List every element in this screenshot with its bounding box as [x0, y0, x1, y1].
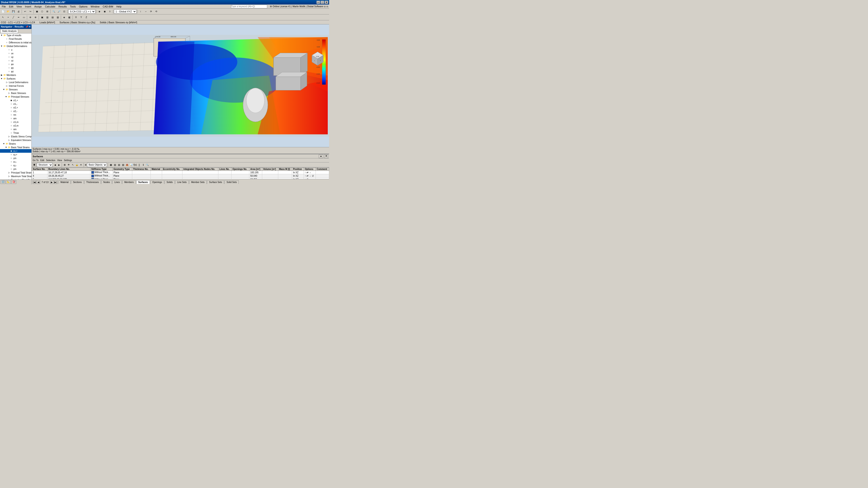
menu-tools[interactable]: Tools [68, 5, 77, 8]
tree-gamma-m2[interactable]: ○ γm [0, 167, 31, 171]
struct-prev[interactable]: ◀ [53, 163, 57, 167]
tree-ux[interactable]: ○ ux [0, 52, 31, 55]
tree-elastic-stress[interactable]: ▷ Elastic Stress Components [0, 135, 31, 138]
menu-file[interactable]: File [0, 5, 7, 8]
tb2-surface[interactable]: ▭ [21, 15, 26, 20]
tb2-node[interactable]: • [6, 15, 11, 20]
tree-sigma2m[interactable]: ○ σ2,m [0, 124, 31, 127]
tb2-axis2[interactable]: Y [79, 15, 84, 20]
window-controls[interactable]: — □ ✕ [316, 1, 328, 4]
tb2-snap1[interactable]: ⊕ [28, 15, 33, 20]
menu-insert[interactable]: Insert [24, 5, 33, 8]
table-btn3[interactable]: ▤ [117, 163, 121, 167]
tree-epsilon-y-plus[interactable]: ○ εy,+ [0, 153, 31, 156]
lock-btn[interactable]: 🔒 [75, 163, 79, 167]
menu-selection[interactable]: Selection [46, 159, 55, 162]
view-combo[interactable]: S:CA CO2: LC1 + LC2 + LC3 + LC4 [68, 9, 95, 13]
menu-edit[interactable]: Edit [40, 159, 44, 162]
menu-view[interactable]: View [15, 5, 23, 8]
minimize-button[interactable]: — [316, 1, 320, 4]
tree-sigma2minus[interactable]: ○ σ2,- [0, 109, 31, 113]
bottom-tab-member-sets[interactable]: Member Sets [189, 180, 207, 184]
tree-epsilon-x-plus[interactable]: ◉ εx,+ [0, 149, 31, 153]
tb2-result3[interactable]: ▤ [50, 15, 55, 20]
bottom-tab-surface-sets[interactable]: Surface Sets [207, 180, 224, 184]
menu-options[interactable]: Options [78, 5, 89, 8]
menu-edit[interactable]: Edit [8, 5, 15, 8]
tree-phix[interactable]: ○ φx [0, 62, 31, 66]
bottom-tab-solid-sets[interactable]: Solid Sets [224, 180, 239, 184]
structure-dropdown[interactable]: Structure [37, 163, 53, 167]
bottom-tab-solids[interactable]: Solids [164, 180, 175, 184]
menu-cad-bim[interactable]: CAD-BIM [101, 5, 114, 8]
page-prev[interactable]: ◀ [37, 180, 40, 184]
tb-render1[interactable]: ◈ [97, 9, 102, 14]
surfaces-close[interactable]: ✕ [324, 155, 328, 158]
select-btn[interactable]: ↖ [71, 163, 74, 167]
tree-tau-m[interactable]: ○ τm [0, 113, 31, 117]
tree-basic-total-strains[interactable]: ▼ 📁 Basic Total Strains [0, 145, 31, 149]
tree-principal-stresses[interactable]: ▼ 📁 Principal Stresses [0, 95, 31, 98]
tb-new[interactable]: 📄 [0, 9, 5, 14]
model-viewport[interactable]: 175.00 800.00 [32, 24, 329, 147]
tb-view2[interactable]: ⬡ [39, 9, 44, 14]
tb-more3[interactable]: ⟳ [149, 9, 153, 14]
tb2-axis3[interactable]: Z [84, 15, 89, 20]
close-button[interactable]: ✕ [324, 1, 328, 4]
tree-gamma-m[interactable]: ○ γm [0, 156, 31, 160]
tb2-axis1[interactable]: X [73, 15, 79, 20]
formula-btn[interactable]: f(x) [133, 163, 137, 167]
tree-final-results[interactable]: ○ Final Results [0, 37, 31, 41]
menu-calculate[interactable]: Calculate [43, 5, 57, 8]
menu-assign[interactable]: Assign [33, 5, 43, 8]
tb-print[interactable]: 🖨 [16, 9, 21, 14]
tree-alpha-m2[interactable]: ○ αm [0, 127, 31, 131]
table-row[interactable]: 419-26,36-45,27Without Thick...Plane50.0… [32, 174, 329, 177]
tree-sigma1m[interactable]: ○ σ1,m [0, 120, 31, 124]
tree-uz[interactable]: ○ uz [0, 59, 31, 62]
nav-btn3[interactable]: 🎯 [11, 180, 16, 184]
nav-close[interactable]: ✕ [29, 26, 31, 28]
tree-diff-initial[interactable]: ○ Differences to initial state [0, 41, 31, 44]
tb2-result1[interactable]: ▣ [39, 15, 44, 20]
tb-render3[interactable]: ◊ [107, 9, 112, 14]
tb-zoom-in[interactable]: 🔍 [51, 9, 56, 14]
bottom-tab-surfaces[interactable]: Surfaces [136, 180, 150, 184]
info-btn[interactable]: ℹ [142, 163, 145, 167]
tb-open[interactable]: 📂 [6, 9, 11, 14]
basic-objects-dropdown[interactable]: Basic Objects [87, 163, 107, 167]
maximize-button[interactable]: □ [320, 1, 324, 4]
tb2-snap2[interactable]: ⊗ [33, 15, 38, 20]
tree-sigma1plus[interactable]: ◉ σ1,+ [0, 98, 31, 102]
tb2-line[interactable]: ╱ [11, 15, 16, 20]
menu-window[interactable]: Window [89, 5, 101, 8]
bottom-tab-line-sets[interactable]: Line Sets [175, 180, 189, 184]
tree-members[interactable]: ▶ 📁 Members [0, 73, 31, 77]
tree-global-deform[interactable]: ▼ 📁 Global Deformations [0, 44, 31, 48]
axis-combo[interactable]: 1 - Global XYZ [114, 9, 136, 13]
table-btn1[interactable]: ▦ [109, 163, 113, 167]
delete-btn[interactable]: ✕ [79, 163, 83, 167]
menu-view[interactable]: View [57, 159, 62, 162]
filter-btn[interactable]: ⊠ [63, 163, 66, 167]
tree-tmax[interactable]: ○ Tmax [0, 131, 31, 135]
nav-btn1[interactable]: 🔢 [0, 180, 5, 184]
tree-surfaces[interactable]: ▼ 📁 Surfaces [0, 77, 31, 80]
tb-save[interactable]: 💾 [11, 9, 16, 14]
expand-icon[interactable]: ▼ [3, 142, 5, 145]
tb2-member[interactable]: ━ [16, 15, 21, 20]
tb2-display1[interactable]: ◈ [62, 15, 67, 20]
stats-btn[interactable]: 📊 [129, 163, 133, 167]
table-btn2[interactable]: ▥ [113, 163, 117, 167]
expand-icon[interactable]: ▼ [0, 45, 3, 47]
bottom-tab-sections[interactable]: Sections [71, 180, 84, 184]
table-row[interactable]: 116,17,28,65-47,18Without Thick...Plane1… [32, 171, 329, 174]
nav-pin[interactable]: 📌 [26, 26, 28, 28]
tree-basic-stresses[interactable]: ▷ Basic Stresses [0, 91, 31, 95]
table-btn4[interactable]: ▧ [121, 163, 125, 167]
keyword-search[interactable] [231, 5, 267, 8]
tb-more1[interactable]: ↕ [138, 9, 143, 14]
tree-phiz[interactable]: ○ φz [0, 70, 31, 73]
tree-phiy[interactable]: ○ φy [0, 66, 31, 70]
navigator-controls[interactable]: 📌 ✕ [26, 26, 31, 28]
